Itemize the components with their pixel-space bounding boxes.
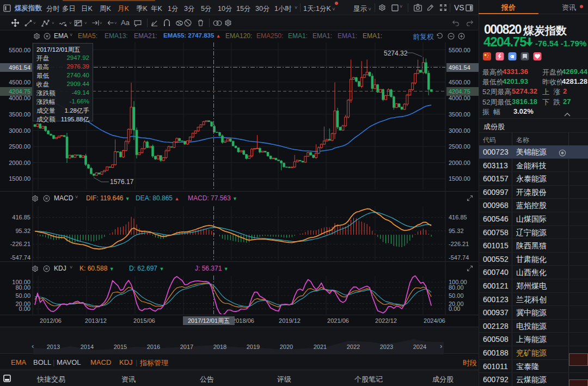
svg-text:5274.32: 5274.32 xyxy=(384,50,408,57)
svg-text:1576.17: 1576.17 xyxy=(110,178,134,186)
